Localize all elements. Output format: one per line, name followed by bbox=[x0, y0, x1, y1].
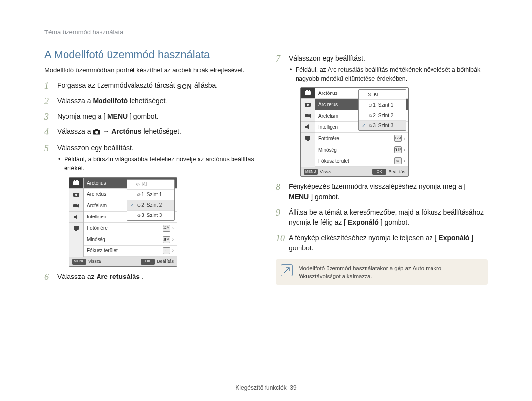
face-2-icon: ☺2 bbox=[136, 201, 144, 209]
step-3-text-b: ] gombot. bbox=[130, 112, 158, 120]
lcd2-popup-1: Szint 1 bbox=[378, 101, 394, 109]
breadcrumb: Téma üzemmód használata bbox=[44, 29, 488, 39]
step-7-text: Válasszon egy beállítást. bbox=[289, 54, 365, 62]
step-2-bold: Modellfotó bbox=[93, 97, 128, 105]
lcd1-row-6: Fókusz terület bbox=[87, 247, 160, 254]
step-8-text-b: ] gombot. bbox=[311, 193, 339, 201]
lcd-screenshot-2: Arctónus Arc retus Arcfelism Intelligen … bbox=[300, 87, 409, 177]
step-7-bullet: Például, az Arc retusálás beállítás mért… bbox=[289, 65, 488, 83]
sound-tab-icon bbox=[301, 122, 315, 133]
video-tab-icon bbox=[301, 110, 315, 122]
step-6-text-a: Válassza az bbox=[57, 273, 96, 280]
step-9-bold: Exponáló bbox=[348, 218, 379, 226]
info-icon bbox=[281, 264, 293, 276]
check-icon: ✓ bbox=[362, 122, 366, 129]
lcd1-row-4: Fotómére bbox=[87, 224, 160, 232]
svg-rect-1 bbox=[95, 129, 98, 131]
scene-tab-icon bbox=[301, 88, 315, 99]
lcd1-popup-2: Szint 2 bbox=[147, 201, 162, 209]
lcd2-popup: ⦰Ki ☺1Szint 1 ☺2Szint 2 ✓☺3Szint 3 bbox=[358, 89, 406, 131]
video-tab-icon bbox=[69, 200, 83, 212]
lcd1-ok: Beállítás bbox=[157, 258, 174, 265]
step-6: 6 Válassza az Arc retusálás . bbox=[44, 272, 256, 282]
svg-rect-9 bbox=[73, 204, 77, 207]
lcd2-side-icons bbox=[301, 88, 315, 167]
lcd1-popup-0: Ki bbox=[142, 181, 147, 188]
step-7: 7 Válasszon egy beállítást. Például, az … bbox=[276, 53, 488, 177]
step-6-text-c: . bbox=[142, 273, 144, 280]
lcd2-back: Vissza bbox=[320, 169, 332, 176]
svg-rect-20 bbox=[307, 140, 309, 141]
page-footer: Kiegészítő funkciók 39 bbox=[0, 384, 532, 391]
column-right: 7 Válasszon egy beállítást. Például, az … bbox=[276, 48, 488, 287]
lcd1-ok-label: OK bbox=[141, 259, 155, 265]
lcd1-popup: ⦰Ki ☺1Szint 1 ✓☺2Szint 2 ☺3Szint 3 bbox=[127, 179, 175, 221]
svg-rect-12 bbox=[305, 91, 311, 95]
step-5-bullet: Például, a bőrszín világosabbá tételéhez… bbox=[57, 155, 256, 173]
scene-tab-icon bbox=[69, 178, 83, 189]
face-3-icon: ☺3 bbox=[136, 212, 144, 219]
step-10-bold: Exponáló bbox=[438, 234, 469, 242]
lcd2-footer: MENUVissza OKBeállítás bbox=[301, 167, 408, 176]
step-4-text-c: lehetőséget. bbox=[144, 127, 181, 135]
face-off-icon: ⦰ bbox=[136, 181, 140, 188]
lcd2-popup-2: Szint 2 bbox=[378, 112, 394, 119]
step-1-text-a: Forgassa az üzemmódválasztó tárcsát bbox=[57, 81, 177, 89]
face-3-icon: ☺3 bbox=[368, 122, 376, 129]
sound-tab-icon bbox=[69, 212, 83, 223]
lcd1-side-icons bbox=[69, 178, 84, 257]
lcd2-row-6: Fókusz terület bbox=[318, 157, 391, 165]
step-10-text-a: A fénykép elkészítéséhez nyomja le telje… bbox=[289, 234, 436, 242]
lcd2-popup-0: Ki bbox=[374, 91, 378, 98]
step-9-text-c: ] gombot. bbox=[381, 218, 409, 226]
face-off-icon: ⦰ bbox=[368, 91, 371, 98]
step-1: 1 Forgassa az üzemmódválasztó tárcsát SC… bbox=[44, 80, 256, 92]
svg-rect-14 bbox=[307, 90, 308, 91]
scn-icon: SCN bbox=[177, 82, 192, 92]
step-7-note: Például, az Arc retusálás beállítás mért… bbox=[289, 65, 488, 83]
steps-right: 7 Válasszon egy beállítást. Például, az … bbox=[276, 53, 488, 253]
footer-section: Kiegészítő funkciók bbox=[235, 384, 286, 391]
svg-rect-19 bbox=[305, 136, 310, 140]
intro-text: Modellfotó üzemmódban portrét készíthet … bbox=[44, 66, 256, 75]
step-5: 5 Válasszon egy beállítást. Például, a b… bbox=[44, 143, 256, 266]
step-4-arrow: → bbox=[102, 127, 111, 135]
svg-rect-6 bbox=[77, 180, 78, 181]
svg-rect-11 bbox=[75, 230, 77, 231]
lcd1-row-5: Minőség bbox=[87, 236, 160, 243]
step-3-text-a: Nyomja meg a [ bbox=[57, 112, 105, 120]
face-1-icon: ☺1 bbox=[136, 191, 144, 198]
lcd-screenshot-1: Arctónus Arc retus Arcfelism Intelligen … bbox=[69, 177, 177, 267]
lcd2-row-4: Fotómére bbox=[318, 135, 391, 142]
step-10: 10 A fénykép elkészítéséhez nyomja le te… bbox=[276, 233, 488, 253]
lcd1-footer: MENUVissza OKBeállítás bbox=[69, 257, 177, 266]
menu-icon: MENU bbox=[107, 112, 128, 120]
svg-point-2 bbox=[95, 131, 98, 134]
footer-page: 39 bbox=[290, 384, 296, 391]
step-5-note: Például, a bőrszín világosabbá tételéhez… bbox=[57, 155, 256, 173]
info-note-text: Modellfotó üzemmód használatakor a gép a… bbox=[299, 265, 441, 279]
lcd2-menu-label: MENU bbox=[304, 169, 318, 175]
steps-left: 1 Forgassa az üzemmódválasztó tárcsát SC… bbox=[44, 80, 256, 282]
step-4-bold: Arctónus bbox=[111, 127, 141, 135]
step-9: 9 Állítsa be a témát a keresőmezőbe, maj… bbox=[276, 207, 488, 228]
step-3: 3 Nyomja meg a [ MENU ] gombot. bbox=[44, 111, 256, 122]
lcd1-menu-label: MENU bbox=[72, 259, 86, 265]
svg-rect-5 bbox=[76, 180, 77, 181]
lcd1-popup-3: Szint 3 bbox=[147, 212, 162, 219]
svg-rect-18 bbox=[305, 114, 309, 117]
lcd2-row-5: Minőség bbox=[318, 146, 391, 154]
lcd1-popup-1: Szint 1 bbox=[147, 191, 162, 198]
step-4-text-a: Válassza a bbox=[57, 127, 93, 135]
step-6-bold: Arc retusálás bbox=[96, 273, 140, 280]
svg-point-8 bbox=[75, 193, 77, 195]
svg-rect-13 bbox=[306, 90, 307, 91]
check-icon: ✓ bbox=[130, 201, 134, 209]
svg-rect-4 bbox=[74, 180, 75, 181]
svg-point-17 bbox=[307, 104, 309, 106]
svg-rect-15 bbox=[309, 90, 310, 91]
step-8-text-a: Fényképezés üzemmódra visszalépéshez nyo… bbox=[289, 183, 466, 190]
step-1-text-b: állásba. bbox=[194, 81, 218, 89]
lcd2-popup-3: Szint 3 bbox=[378, 122, 394, 129]
step-2-text-c: lehetőséget. bbox=[130, 97, 167, 105]
